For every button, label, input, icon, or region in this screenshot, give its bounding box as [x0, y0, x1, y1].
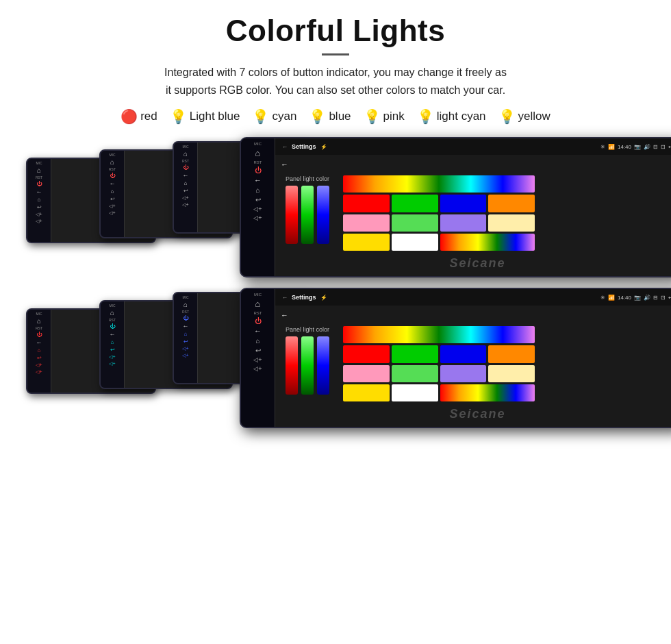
blue-bulb-icon: 💡 [309, 108, 326, 125]
bottom-device-group: MIC ⌂ RST ⏻ ← ⌂ ↩ ◁+ ◁+ MIC ⌂ RST [21, 288, 650, 432]
color-yellow: 💡 yellow [498, 108, 550, 125]
color-blue-label: blue [329, 110, 351, 123]
status-time: 14:40 [618, 144, 631, 150]
color-pink: 💡 pink [364, 108, 405, 125]
title-section: Colorful Lights Integrated with 7 colors… [21, 14, 650, 99]
lightcyan-bulb-icon: 💡 [417, 108, 434, 125]
page-title: Colorful Lights [21, 14, 650, 48]
yellow-bulb-icon: 💡 [498, 108, 516, 125]
bottom-settings-label: Settings [292, 294, 316, 301]
color-lightblue: 💡 Light blue [170, 108, 240, 125]
title-divider [322, 53, 349, 55]
color-row: 🔴 red 💡 Light blue 💡 cyan 💡 blue 💡 pink … [21, 108, 650, 125]
top-main-device: MIC ⌂ RST ⏻ ← ⌂ ↩ ◁+ ◁+ ← Sett [240, 137, 671, 277]
page-container: Colorful Lights Integrated with 7 colors… [0, 0, 671, 644]
bottom-status-time: 14:40 [618, 295, 631, 301]
cyan-bulb-icon: 💡 [252, 108, 269, 125]
red-bulb-icon: 🔴 [121, 108, 138, 125]
lightblue-bulb-icon: 💡 [170, 108, 187, 125]
color-cyan: 💡 cyan [252, 108, 296, 125]
top-watermark: Seicane [449, 256, 505, 271]
color-yellow-label: yellow [518, 110, 550, 123]
settings-label: Settings [292, 143, 316, 150]
panel-light-label: Panel light color [286, 175, 329, 182]
color-lightcyan: 💡 light cyan [417, 108, 486, 125]
bottom-watermark: Seicane [449, 407, 505, 421]
color-red: 🔴 red [121, 108, 157, 125]
color-lightcyan-label: light cyan [437, 110, 486, 123]
color-blue: 💡 blue [309, 108, 351, 125]
color-lightblue-label: Light blue [190, 110, 240, 123]
color-cyan-label: cyan [272, 110, 296, 123]
color-red-label: red [140, 110, 157, 123]
top-device-group: MIC ⌂ RST ⏻ ← ⌂ ↩ ◁+ ◁+ MIC ⌂ RST [21, 137, 650, 281]
color-pink-label: pink [383, 110, 405, 123]
description-text: Integrated with 7 colors of button indic… [21, 64, 650, 99]
bottom-main-device: MIC ⌂ RST ⏻ ← ⌂ ↩ ◁+ ◁+ ← Sett [240, 288, 671, 428]
pink-bulb-icon: 💡 [364, 108, 381, 125]
bottom-panel-light-label: Panel light color [286, 326, 329, 333]
